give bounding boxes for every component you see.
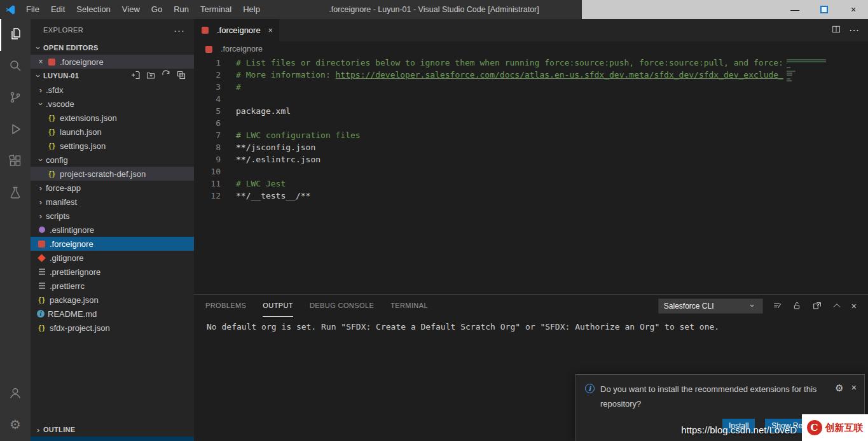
code-editor[interactable]: 1# List files or directories below to ig… [194, 57, 783, 294]
restore-button[interactable] [809, 0, 839, 19]
close-editor-icon[interactable]: × [36, 57, 46, 66]
minimap-line [787, 67, 790, 68]
tree-item--sfdx[interactable]: ›.sfdx [31, 83, 194, 97]
tree-item-settings-json[interactable]: {}settings.json [31, 139, 194, 153]
tree-item-sfdx-project-json[interactable]: {}sfdx-project.json [31, 321, 194, 335]
json-file-icon: {} [37, 295, 46, 305]
tree-item-launch-json[interactable]: {}launch.json [31, 125, 194, 139]
forceignore-file-icon [204, 45, 214, 54]
code-line-8[interactable]: 8**/jsconfig.json [194, 141, 783, 153]
tree-item-force-app[interactable]: ›force-app [31, 181, 194, 195]
open-editors-header[interactable]: › OPEN EDITORS [31, 41, 194, 55]
minimize-button[interactable]: — [780, 0, 809, 19]
tree-item--vscode[interactable]: ›.vscode [31, 97, 194, 111]
tree-item-readme-md[interactable]: iREADME.md [31, 307, 194, 321]
restore-icon [820, 6, 828, 13]
tree-item-scripts[interactable]: ›scripts [31, 209, 194, 223]
menu-run[interactable]: Run [168, 0, 195, 19]
project-folder-header[interactable]: › LUYUN-01 [31, 69, 194, 83]
test-activity-button[interactable] [0, 178, 31, 210]
close-panel-icon[interactable]: × [851, 301, 857, 311]
tree-item-project-scratch-def-json[interactable]: {}project-scratch-def.json [31, 167, 194, 181]
split-editor-icon[interactable] [831, 24, 841, 37]
code-line-4[interactable]: 4 [194, 93, 783, 105]
file-tree: ›.sfdx›.vscode{}extensions.json{}launch.… [31, 83, 194, 335]
notification-settings-icon[interactable]: ⚙ [835, 382, 843, 394]
tree-item-label: README.md [48, 309, 97, 319]
settings-button[interactable]: ⚙ [0, 409, 31, 440]
code-line-1[interactable]: 1# List files or directories below to ig… [194, 57, 783, 69]
minimap[interactable] [783, 57, 868, 294]
tree-item-extensions-json[interactable]: {}extensions.json [31, 111, 194, 125]
beaker-icon [8, 185, 23, 203]
clear-output-icon[interactable] [773, 301, 783, 311]
close-tab-icon[interactable]: × [268, 26, 273, 35]
code-line-2[interactable]: 2# More information: https://developer.s… [194, 69, 783, 81]
code-line-3[interactable]: 3# [194, 81, 783, 93]
panel-tab-terminal[interactable]: TERMINAL [390, 295, 428, 317]
explorer-activity-button[interactable] [0, 19, 31, 51]
menu-terminal[interactable]: Terminal [195, 0, 237, 19]
code-line-12[interactable]: 12**/__tests__/** [194, 190, 783, 202]
forceignore-file-icon [47, 57, 57, 67]
output-channel-select[interactable]: Salesforce CLI › [658, 298, 763, 314]
lock-scroll-icon[interactable] [792, 301, 803, 311]
run-debug-activity-button[interactable] [0, 115, 31, 146]
tree-item-manifest[interactable]: ›manifest [31, 195, 194, 209]
outline-header[interactable]: › OUTLINE [31, 423, 194, 437]
tree-item--prettierrc[interactable]: .prettierrc [31, 279, 194, 293]
search-activity-button[interactable] [0, 51, 31, 83]
menu-selection[interactable]: Selection [71, 0, 116, 19]
code-line-6[interactable]: 6 [194, 117, 783, 129]
menu-help[interactable]: Help [237, 0, 266, 19]
new-folder-icon[interactable] [146, 70, 156, 81]
line-number: 2 [194, 69, 221, 81]
tree-item-label: .prettierignore [50, 267, 100, 277]
code-line-7[interactable]: 7# LWC configuration files [194, 129, 783, 141]
activity-bar: ⚙ [0, 19, 31, 441]
collapse-all-icon[interactable] [176, 70, 186, 81]
new-file-icon[interactable] [130, 70, 141, 81]
menu-edit[interactable]: Edit [45, 0, 71, 19]
menu-go[interactable]: Go [146, 0, 168, 19]
code-line-10[interactable]: 10 [194, 165, 783, 178]
window-title: .forceignore - Luyun-01 - Visual Studio … [329, 5, 539, 14]
minimap-line [787, 80, 792, 81]
account-button[interactable] [0, 379, 31, 409]
more-actions-icon[interactable]: ⋯ [849, 24, 859, 36]
breadcrumb-item[interactable]: .forceignore [221, 45, 263, 53]
panel-tab-problems[interactable]: PROBLEMS [205, 295, 246, 317]
files-icon [8, 26, 24, 44]
chevron-down-icon: › [36, 155, 46, 165]
open-output-in-editor-icon[interactable] [812, 301, 822, 311]
tree-item-config[interactable]: ›config [31, 153, 194, 167]
tab-forceignore[interactable]: .forceignore × [194, 19, 279, 41]
tree-item-label: manifest [46, 197, 77, 207]
source-control-activity-button[interactable] [0, 83, 31, 115]
explorer-more-actions-icon[interactable]: ··· [174, 25, 185, 36]
tree-item--prettierignore[interactable]: .prettierignore [31, 265, 194, 279]
code-line-9[interactable]: 9**/.eslintrc.json [194, 153, 783, 165]
chevron-right-icon: › [33, 425, 43, 435]
panel-tab-debug-console[interactable]: DEBUG CONSOLE [310, 295, 374, 317]
tree-item--gitignore[interactable]: .gitignore [31, 251, 194, 265]
tree-item--forceignore[interactable]: .forceignore [31, 237, 194, 251]
close-window-button[interactable]: × [839, 0, 868, 19]
timeline-header[interactable]: › TIMELINE [31, 437, 194, 441]
tree-item--eslintignore[interactable]: .eslintignore [31, 223, 194, 237]
menu-file[interactable]: File [20, 0, 45, 19]
notification-close-icon[interactable]: × [851, 382, 857, 393]
code-text: **/__tests__/** [221, 190, 310, 202]
explorer-actions [130, 70, 194, 81]
code-line-11[interactable]: 11# LWC Jest [194, 178, 783, 190]
open-editor-item-forceignore[interactable]: × .forceignore [31, 55, 194, 69]
refresh-icon[interactable] [161, 70, 171, 81]
tree-item-package-json[interactable]: {}package.json [31, 293, 194, 307]
extensions-activity-button[interactable] [0, 146, 31, 178]
maximize-panel-icon[interactable] [832, 301, 842, 311]
breadcrumb[interactable]: .forceignore [194, 41, 868, 57]
menubar: FileEditSelectionViewGoRunTerminalHelp [20, 0, 266, 19]
menu-view[interactable]: View [116, 0, 146, 19]
panel-tab-output[interactable]: OUTPUT [263, 295, 293, 317]
code-line-5[interactable]: 5package.xml [194, 105, 783, 117]
